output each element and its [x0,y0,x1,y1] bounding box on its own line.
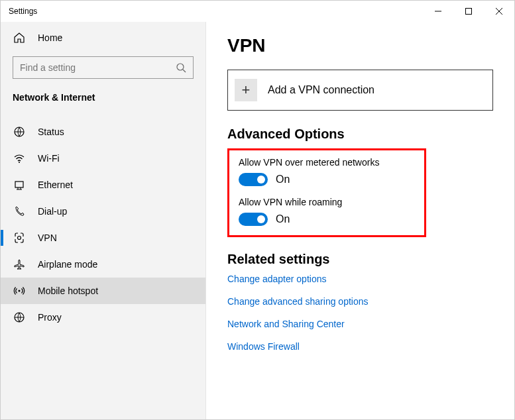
home-nav[interactable]: Home [1,25,205,51]
link-network-center[interactable]: Network and Sharing Center [227,319,493,329]
sidebar-item-label: Status [38,127,64,137]
sidebar-item-label: Ethernet [38,180,73,190]
hotspot-icon [13,284,26,297]
sidebar-item-label: Wi-Fi [38,153,60,164]
svg-point-4 [177,64,184,70]
home-icon [13,31,26,44]
sidebar-section-heading: Network & Internet [1,88,205,109]
svg-rect-9 [15,182,23,187]
metered-label: Allow VPN over metered networks [239,157,415,168]
search-input[interactable] [20,62,176,73]
roaming-label: Allow VPN while roaming [239,197,415,207]
dialup-icon [13,205,26,218]
titlebar: Settings [1,1,514,22]
sidebar-item-label: Mobile hotspot [38,286,98,296]
close-button[interactable] [484,1,514,22]
roaming-toggle[interactable] [239,213,268,226]
sidebar-item-label: Proxy [38,312,62,323]
sidebar-item-airplane[interactable]: Airplane mode [1,251,205,278]
page-title: VPN [227,35,493,56]
metered-state: On [276,174,290,185]
sidebar-item-wifi[interactable]: Wi-Fi [1,145,205,172]
maximize-button[interactable] [453,1,484,22]
svg-point-13 [18,236,21,240]
roaming-state: On [276,213,290,225]
sidebar-item-hotspot[interactable]: Mobile hotspot [1,278,205,304]
related-settings-heading: Related settings [227,252,493,267]
airplane-icon [13,258,26,271]
svg-point-8 [19,162,20,163]
sidebar: Home Network & Internet Status Wi-Fi Eth… [1,22,206,419]
sidebar-item-status[interactable]: Status [1,119,205,145]
ethernet-icon [13,178,26,191]
advanced-options-heading: Advanced Options [227,127,493,142]
main-content: VPN + Add a VPN connection Advanced Opti… [206,22,514,419]
svg-point-14 [19,290,21,292]
status-icon [13,125,26,138]
metered-toggle[interactable] [239,173,268,186]
sidebar-item-vpn[interactable]: VPN [1,225,205,251]
home-label: Home [38,32,62,43]
plus-icon: + [235,79,257,101]
sidebar-item-proxy[interactable]: Proxy [1,304,205,331]
svg-rect-1 [466,9,472,15]
link-adapter-options[interactable]: Change adapter options [227,274,493,284]
sidebar-item-label: Dial-up [38,206,67,217]
search-icon [176,62,186,73]
link-sharing-options[interactable]: Change advanced sharing options [227,296,493,307]
add-vpn-button[interactable]: + Add a VPN connection [227,70,493,111]
sidebar-item-dialup[interactable]: Dial-up [1,198,205,225]
highlighted-region: Allow VPN over metered networks On Allow… [227,148,426,237]
sidebar-item-label: Airplane mode [38,259,97,270]
search-box[interactable] [13,56,194,79]
sidebar-item-label: VPN [38,233,57,243]
window-title: Settings [9,7,37,16]
add-vpn-label: Add a VPN connection [268,84,374,96]
svg-line-5 [183,70,186,72]
proxy-icon [13,311,26,324]
sidebar-item-ethernet[interactable]: Ethernet [1,172,205,198]
link-firewall[interactable]: Windows Firewall [227,341,493,352]
wifi-icon [13,152,26,165]
minimize-button[interactable] [423,1,453,22]
vpn-icon [13,231,26,244]
selection-indicator [1,230,3,246]
